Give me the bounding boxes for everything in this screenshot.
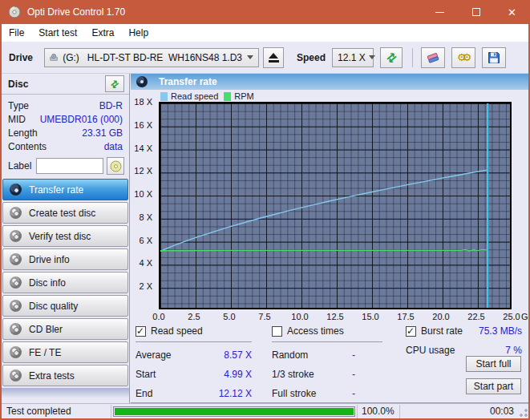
disc-contents-row: Contents data: [8, 140, 123, 154]
drive-select[interactable]: (G:) HL-DT-ST BD-RE WH16NS48 1.D3: [44, 48, 259, 67]
sidebar-item-label: Transfer rate: [29, 184, 83, 196]
disc-mid-row: MID UMEBDR016 (000): [8, 113, 123, 127]
speed-label: Speed: [297, 52, 326, 63]
disc-header-label: Disc: [8, 79, 28, 90]
resize-grip-icon[interactable]: [519, 408, 528, 418]
start-part-button[interactable]: Start part: [466, 378, 521, 394]
disc-type-row: Type BD-R: [8, 99, 123, 113]
disc-mid-value: UMEBDR016 (000): [40, 113, 123, 127]
legend-rpm: RPM: [224, 91, 253, 101]
disc-length-value: 23.31 GB: [82, 127, 123, 140]
settings-button[interactable]: ⚙⚙: [451, 47, 475, 68]
sidebar-item-verify-test-disc[interactable]: Verify test disc: [2, 225, 128, 247]
disc-length-label: Length: [8, 127, 38, 140]
burst-rate-value: 75.3 MB/s: [479, 325, 522, 337]
sidebar-item-disc-quality[interactable]: Disc quality: [2, 295, 128, 317]
sidebar-item-disc-info[interactable]: Disc info: [2, 272, 128, 293]
disc-icon: [10, 253, 22, 265]
disc-label-input[interactable]: [36, 158, 103, 174]
random-value: -: [352, 349, 355, 361]
speed-value: 12.1 X: [338, 52, 366, 63]
access-times-label: Access times: [287, 325, 344, 337]
sidebar-item-label: Drive info: [29, 254, 70, 265]
sidebar-item-create-test-disc[interactable]: Create test disc: [2, 202, 128, 224]
floppy-disk-icon: [488, 51, 500, 64]
chart-legend: Read speed RPM: [160, 91, 260, 101]
maximize-button[interactable]: [458, 0, 494, 24]
sidebar-item-extra-tests[interactable]: Extra tests: [2, 365, 128, 386]
disc-type-value: BD-R: [99, 99, 123, 113]
gears-icon: ⚙⚙: [459, 51, 467, 63]
erase-disc-button[interactable]: [421, 47, 445, 68]
chevron-down-icon: [369, 55, 375, 59]
sidebar-item-label: CD Bler: [29, 324, 63, 335]
y-axis-labels: 18 X16 X14 X12 X10 X8 X6 X4 X2 X: [131, 74, 156, 314]
full-stroke-row: Full stroke -: [272, 388, 382, 400]
one-third-stroke-row: 1/3 stroke -: [272, 369, 382, 381]
sidebar-fade: [2, 388, 129, 398]
app-window: Opti Drive Control 1.70 ✕ File Start tes…: [0, 0, 530, 420]
progress-fill: [115, 408, 354, 415]
write-label-button[interactable]: [107, 157, 124, 175]
disc-label-row: Label: [2, 155, 129, 178]
sidebar-item-label: Disc info: [29, 277, 66, 289]
panel-header: Transfer rate: [131, 74, 530, 90]
refresh-disc-button[interactable]: ⇄: [105, 75, 124, 92]
chevron-down-icon: [247, 55, 253, 59]
transfer-rate-chart[interactable]: [159, 102, 512, 309]
disc-contents-label: Contents: [8, 140, 47, 154]
burst-rate-checkbox[interactable]: [406, 326, 416, 337]
status-text: Test completed: [2, 406, 111, 417]
refresh-speeds-button[interactable]: ⇄: [380, 47, 403, 68]
legend-swatch-rpm: [224, 92, 231, 101]
end-value: 12.12 X: [219, 388, 252, 400]
access-times-column: Access times Random - 1/3 stroke - Full …: [272, 325, 382, 400]
disc-icon: [10, 323, 22, 335]
start-full-button[interactable]: Start full: [466, 356, 521, 372]
sidebar-item-fe-te[interactable]: FE / TE: [2, 341, 128, 363]
access-times-checkbox[interactable]: [272, 326, 282, 337]
legend-swatch-read-speed: [160, 92, 168, 101]
results-panel: Read speed Average 8.57 X Start 4.99 X E…: [131, 322, 530, 403]
drive-value: (G:) HL-DT-ST BD-RE WH16NS48 1.D3: [63, 52, 242, 63]
sidebar-item-transfer-rate[interactable]: Transfer rate: [2, 179, 128, 200]
eject-button[interactable]: [263, 47, 284, 68]
disc-icon: [10, 184, 22, 196]
random-row: Random -: [272, 349, 382, 361]
maximize-icon: [472, 8, 480, 16]
menu-help[interactable]: Help: [121, 25, 156, 41]
sidebar-item-label: Create test disc: [29, 208, 95, 219]
legend-read-speed: Read speed: [160, 91, 218, 101]
start-value: 4.99 X: [224, 369, 252, 381]
read-speed-column: Read speed Average 8.57 X Start 4.99 X E…: [136, 325, 252, 400]
disc-icon: [10, 230, 22, 242]
minimize-button[interactable]: [422, 0, 458, 24]
read-speed-checkbox[interactable]: [136, 326, 146, 337]
statusbar: Test completed 100.0% 00:03: [2, 403, 528, 418]
disc-icon: [10, 346, 22, 358]
disc-icon: [10, 370, 22, 382]
refresh-icon: ⇄: [108, 77, 122, 91]
sidebar: Disc ⇄ Type BD-R MID UMEBDR016 (000) Len…: [2, 74, 130, 403]
menu-file[interactable]: File: [2, 25, 31, 41]
burst-rate-label: Burst rate: [421, 325, 463, 337]
progress-percent: 100.0%: [358, 406, 399, 417]
titlebar[interactable]: Opti Drive Control 1.70 ✕: [0, 0, 530, 24]
menu-start-test[interactable]: Start test: [31, 25, 84, 41]
refresh-icon: ⇄: [382, 49, 399, 67]
close-button[interactable]: ✕: [494, 0, 530, 24]
toolbar: Drive (G:) HL-DT-ST BD-RE WH16NS48 1.D3 …: [2, 42, 528, 74]
sidebar-item-drive-info[interactable]: Drive info: [2, 248, 128, 270]
menu-extra[interactable]: Extra: [84, 25, 121, 41]
full-stroke-value: -: [352, 388, 355, 400]
speed-select[interactable]: 12.1 X: [332, 48, 374, 67]
panel-title: Transfer rate: [159, 76, 217, 87]
sidebar-item-cd-bler[interactable]: CD Bler: [2, 318, 128, 340]
average-value: 8.57 X: [224, 349, 252, 361]
cpu-usage-row: CPU usage 7 %: [406, 345, 522, 357]
app-icon: [8, 6, 21, 18]
drive-icon: [50, 51, 58, 63]
save-button[interactable]: [482, 47, 506, 68]
disc-icon: [10, 277, 22, 289]
disc-contents-value[interactable]: data: [104, 140, 123, 154]
